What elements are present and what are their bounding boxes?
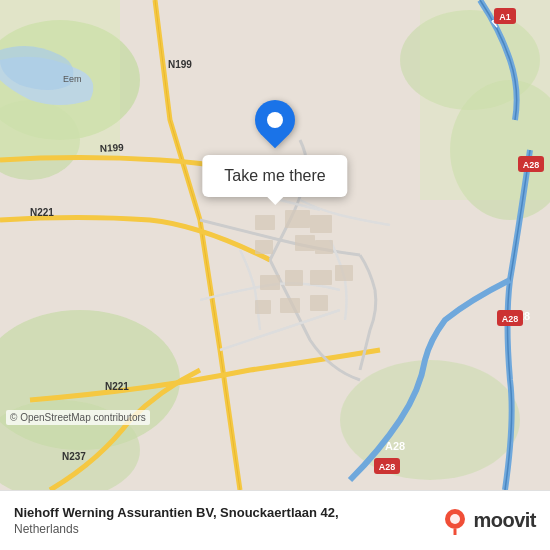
svg-text:N221: N221 xyxy=(30,207,54,218)
svg-rect-32 xyxy=(315,240,333,254)
svg-rect-29 xyxy=(285,210,310,228)
svg-rect-38 xyxy=(255,300,271,314)
svg-rect-31 xyxy=(295,235,315,251)
map-attribution: © OpenStreetMap contributors xyxy=(6,410,150,425)
svg-text:A28: A28 xyxy=(502,314,519,324)
moovit-icon xyxy=(441,507,469,535)
svg-rect-36 xyxy=(310,270,332,285)
svg-rect-33 xyxy=(310,215,332,233)
svg-text:N221: N221 xyxy=(105,381,129,392)
map-container: N199 N199 N221 N221 N237 A1 A28 A28 A28 … xyxy=(0,0,550,490)
svg-rect-28 xyxy=(255,215,275,230)
svg-rect-35 xyxy=(285,270,303,286)
footer-title: Niehoff Werning Assurantien BV, Snouckae… xyxy=(14,505,431,522)
svg-text:N199: N199 xyxy=(168,59,192,70)
moovit-text: moovit xyxy=(473,509,536,532)
footer-bar: Niehoff Werning Assurantien BV, Snouckae… xyxy=(0,490,550,550)
attribution-text: © OpenStreetMap contributors xyxy=(10,412,146,423)
footer-address: Niehoff Werning Assurantien BV, Snouckae… xyxy=(14,505,431,536)
take-me-there-popup[interactable]: Take me there xyxy=(202,155,347,197)
svg-text:N199: N199 xyxy=(100,142,125,154)
pin-marker xyxy=(247,92,304,149)
footer-subtitle: Netherlands xyxy=(14,522,431,536)
popup-label: Take me there xyxy=(224,167,325,184)
svg-text:Eem: Eem xyxy=(63,74,82,84)
svg-rect-34 xyxy=(260,275,280,290)
svg-text:A1: A1 xyxy=(499,12,511,22)
svg-rect-37 xyxy=(335,265,353,281)
pin-center xyxy=(267,112,283,128)
location-pin xyxy=(255,100,295,140)
moovit-logo: moovit xyxy=(441,507,536,535)
svg-text:A28: A28 xyxy=(523,160,540,170)
svg-text:A28: A28 xyxy=(385,440,405,452)
svg-rect-39 xyxy=(280,298,300,313)
svg-text:N237: N237 xyxy=(62,451,86,462)
svg-text:A28: A28 xyxy=(379,462,396,472)
svg-rect-40 xyxy=(310,295,328,311)
svg-rect-30 xyxy=(255,240,273,254)
svg-point-42 xyxy=(450,514,460,524)
